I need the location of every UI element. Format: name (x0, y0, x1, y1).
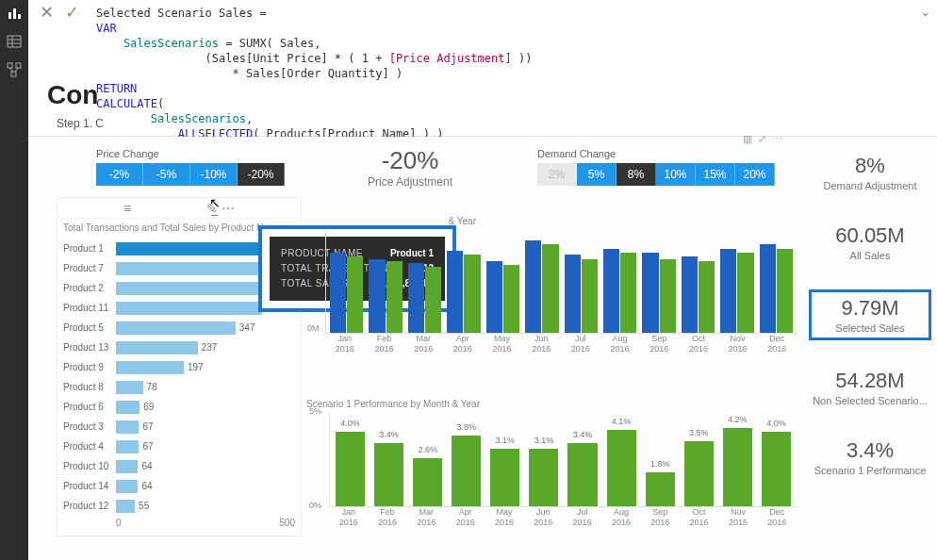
column-group[interactable] (486, 230, 519, 333)
svg-rect-1 (13, 8, 16, 19)
perf-y0: 0% (309, 501, 321, 510)
kpi-card: 54.28MNon Selected Scenario... (809, 365, 931, 410)
left-nav-rail (0, 0, 28, 560)
bar-label: Product 14 (63, 481, 116, 491)
bar-row[interactable]: Product 1464 (63, 476, 295, 496)
column-group[interactable] (369, 230, 402, 333)
price-option[interactable]: -2% (96, 163, 143, 186)
perf-column[interactable]: 2.6% (413, 458, 442, 506)
demand-option[interactable]: 2% (537, 163, 577, 186)
x-tick: Sep2016 (641, 507, 680, 528)
x-tick: Apr2016 (443, 334, 483, 354)
data-label: 3.8% (457, 422, 477, 432)
visual-filter-icon[interactable]: ≡ (123, 201, 131, 216)
x-tick: Jan2016 (325, 334, 365, 354)
perf-column[interactable]: 3.1% (490, 449, 519, 506)
column-group[interactable] (720, 230, 753, 333)
visual-header: ≡ ✎̲ ⋯ (58, 198, 301, 219)
x-tick: Feb2016 (365, 334, 404, 354)
kpi-card: 3.4%Scenario 1 Performance (809, 435, 931, 480)
price-option[interactable]: -10% (190, 163, 238, 186)
price-adjustment-card: -20% Price Adjustment (339, 146, 481, 189)
bar-label: Product 11 (63, 303, 116, 313)
focus-icon[interactable]: ⤢ (758, 133, 766, 145)
x-tick: Apr2016 (446, 507, 485, 528)
page-title: Con (47, 80, 98, 110)
column-group[interactable] (760, 230, 793, 333)
bar-label: Product 6 (63, 402, 116, 412)
kpi-label: Demand Adjustment (811, 180, 929, 191)
visual-export-icon[interactable]: ✎̲ ⋯ (206, 201, 235, 216)
price-option[interactable]: -5% (143, 163, 190, 186)
demand-change-slicer: Demand Change 2%5%8%10%15%20% (537, 148, 775, 186)
report-view-icon[interactable] (7, 6, 22, 21)
perf-column[interactable]: 4.0% (762, 432, 791, 506)
bar-row[interactable]: Product 1255 (63, 496, 295, 516)
data-label: 3.1% (534, 436, 554, 445)
bar-row[interactable]: Product 13237 (63, 338, 295, 357)
bar-row[interactable]: Product 669 (63, 397, 295, 417)
demand-option[interactable]: 5% (577, 163, 616, 186)
column-chart-visual[interactable]: & Year 0M Jan2016Feb2016Mar2016Apr2016Ma… (306, 216, 797, 357)
x-tick: Feb2016 (368, 507, 406, 528)
formula-expand-icon[interactable]: ⌄ (920, 4, 931, 19)
bar-row[interactable]: Product 9197 (63, 357, 295, 377)
bar-label: Product 10 (63, 461, 116, 471)
perf-column[interactable]: 1.8% (646, 472, 675, 506)
filter-icon[interactable]: ▥ (743, 133, 752, 145)
column-group[interactable] (565, 230, 598, 333)
demand-option[interactable]: 10% (656, 163, 696, 186)
kpi-card: 60.05MAll Sales (809, 220, 931, 265)
x-tick: Nov2016 (718, 334, 758, 354)
formula-cancel-icon[interactable]: ✕ (40, 2, 54, 23)
perf-column[interactable]: 3.4% (567, 443, 597, 506)
perf-column[interactable]: 3.1% (529, 449, 558, 506)
bar-row[interactable]: Product 1064 (63, 456, 295, 476)
column-group[interactable] (408, 230, 441, 333)
kpi-value: 3.4% (811, 438, 929, 463)
column-group[interactable] (330, 230, 363, 333)
column-y-zero: 0M (307, 323, 320, 333)
perf-column[interactable]: 3.5% (684, 441, 714, 506)
column-group[interactable] (447, 230, 480, 333)
perf-column[interactable]: 3.4% (374, 443, 403, 506)
column-group[interactable] (682, 230, 715, 333)
price-adjustment-label: Price Adjustment (339, 175, 481, 189)
column-group[interactable] (642, 230, 675, 333)
bar-row[interactable]: Product 878 (63, 377, 295, 397)
step-label: Step 1. C (57, 117, 104, 130)
perf-column[interactable]: 4.0% (336, 432, 365, 506)
price-option[interactable]: -20% (238, 163, 285, 186)
data-view-icon[interactable] (7, 34, 22, 49)
column-group[interactable] (525, 230, 558, 333)
column-chart-title: & Year (306, 216, 797, 226)
perf-column[interactable]: 4.1% (607, 430, 636, 506)
demand-option[interactable]: 20% (735, 163, 775, 186)
x-tick: Dec2016 (757, 334, 797, 354)
perf-column[interactable]: 3.8% (452, 436, 481, 506)
x-tick: Oct2016 (680, 507, 718, 528)
bar-row[interactable]: Product 367 (63, 417, 295, 436)
performance-chart-visual[interactable]: Scenario 1 Performance by Month & Year 5… (306, 399, 797, 540)
model-view-icon[interactable] (7, 62, 22, 77)
formula-editor[interactable]: Selected Scenario Sales = VAR SalesScena… (96, 6, 918, 141)
more-icon[interactable]: ⋯ (772, 133, 782, 145)
kpi-column: 8%Demand Adjustment60.05MAll Sales9.79MS… (809, 150, 931, 480)
price-change-slicer: Price Change -2%-5%-10%-20% (96, 148, 285, 186)
kpi-value: 8% (811, 154, 929, 178)
x-tick: Jun2016 (524, 507, 563, 528)
svg-rect-0 (8, 12, 11, 19)
perf-column[interactable]: 4.2% (723, 428, 752, 506)
bar-label: Product 12 (63, 501, 116, 511)
formula-toolbar: ✕ ✓ (28, 2, 94, 23)
bar-row[interactable]: Product 467 (63, 436, 295, 456)
svg-rect-2 (18, 14, 21, 19)
formula-accept-icon[interactable]: ✓ (65, 2, 79, 23)
bar-row[interactable]: Product 5347 (63, 318, 295, 338)
kpi-card: 8%Demand Adjustment (809, 150, 931, 195)
perf-y5: 5% (309, 406, 321, 416)
x-tick: Oct2016 (679, 334, 718, 354)
demand-option[interactable]: 15% (696, 163, 735, 186)
demand-option[interactable]: 8% (616, 163, 656, 186)
column-group[interactable] (603, 230, 636, 333)
